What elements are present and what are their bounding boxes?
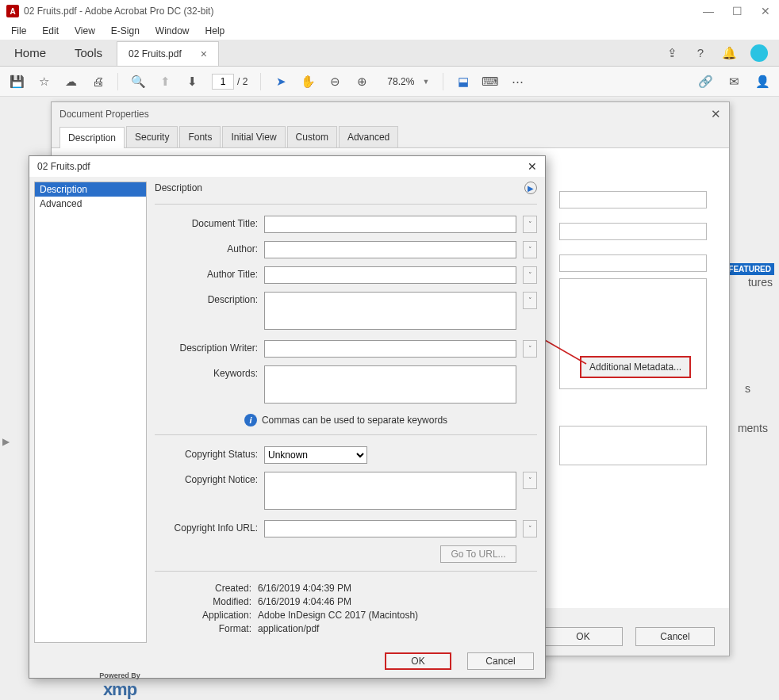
copyright-url-dropdown[interactable]: ˅ bbox=[523, 520, 537, 537]
menu-help[interactable]: Help bbox=[199, 24, 232, 38]
go-to-url-button[interactable]: Go To URL... bbox=[440, 545, 516, 563]
label-description: Description: bbox=[155, 292, 258, 305]
copyright-notice-textarea[interactable] bbox=[264, 472, 516, 510]
info-icon: i bbox=[244, 414, 257, 427]
copyright-status-select[interactable]: Unknown bbox=[264, 446, 367, 464]
bg-text: ments bbox=[738, 422, 768, 434]
help-icon[interactable]: ? bbox=[693, 46, 708, 60]
profile-icon[interactable]: 👤 bbox=[755, 75, 769, 89]
titlebar: A 02 Fruits.pdf - Adobe Acrobat Pro DC (… bbox=[0, 0, 779, 22]
label-format: Format: bbox=[155, 623, 258, 634]
minimize-button[interactable]: — bbox=[701, 5, 716, 17]
desc-writer-dropdown[interactable]: ˅ bbox=[523, 340, 537, 358]
page-current-input[interactable] bbox=[212, 74, 234, 90]
zoom-in-icon[interactable]: ⊕ bbox=[355, 75, 369, 89]
author-input[interactable] bbox=[264, 241, 516, 258]
zoom-dropdown[interactable]: 78.2% ▼ bbox=[382, 74, 430, 90]
description-dropdown[interactable]: ˅ bbox=[523, 292, 537, 309]
copyright-url-input[interactable] bbox=[264, 520, 516, 537]
xmp-title: 02 Fruits.pdf bbox=[37, 161, 90, 172]
panel-expand-icon[interactable]: ▶ bbox=[0, 430, 11, 453]
separator bbox=[443, 73, 443, 90]
menu-edit[interactable]: Edit bbox=[36, 24, 65, 38]
separator bbox=[260, 73, 261, 90]
label-copyright-url: Copyright Info URL: bbox=[155, 520, 258, 534]
page-total: / 2 bbox=[237, 76, 248, 87]
sidebar-item-description[interactable]: Description bbox=[35, 182, 146, 197]
bg-text: s bbox=[745, 382, 750, 395]
xmp-close-icon[interactable]: ✕ bbox=[528, 160, 537, 173]
star-icon[interactable]: ☆ bbox=[36, 75, 51, 89]
keywords-textarea[interactable] bbox=[264, 365, 516, 404]
copyright-notice-dropdown[interactable]: ˅ bbox=[523, 472, 537, 489]
xmp-ok-button[interactable]: OK bbox=[385, 652, 451, 670]
application-value: Adobe InDesign CC 2017 (Macintosh) bbox=[258, 610, 418, 621]
tab-initial-view[interactable]: Initial View bbox=[222, 126, 285, 147]
underlying-field[interactable] bbox=[559, 426, 707, 465]
print-icon[interactable]: 🖨 bbox=[90, 75, 105, 89]
tab-advanced[interactable]: Advanced bbox=[339, 126, 398, 147]
menu-window[interactable]: Window bbox=[149, 24, 196, 38]
underlying-field[interactable] bbox=[559, 254, 707, 272]
description-textarea[interactable] bbox=[264, 292, 516, 330]
tab-tools[interactable]: Tools bbox=[60, 40, 117, 66]
doc-title-input[interactable] bbox=[264, 216, 516, 233]
author-title-input[interactable] bbox=[264, 266, 516, 284]
xmp-titlebar: 02 Fruits.pdf ✕ bbox=[29, 156, 545, 177]
close-button[interactable]: ✕ bbox=[758, 5, 773, 17]
section-nav-icon[interactable]: ▶ bbox=[524, 182, 537, 194]
page-down-icon[interactable]: ⬇ bbox=[185, 75, 199, 89]
dialog-close-icon[interactable]: ✕ bbox=[711, 107, 721, 121]
menu-view[interactable]: View bbox=[68, 24, 102, 38]
featured-badge: FEATURED bbox=[725, 263, 774, 275]
link-icon[interactable]: 🔗 bbox=[698, 75, 712, 89]
toolbar: 💾 ☆ ☁ 🖨 🔍 ⬆ ⬇ / 2 ➤ ✋ ⊖ ⊕ 78.2% ▼ ⬓ ⌨ ⋯ … bbox=[0, 67, 779, 97]
save-icon[interactable]: 💾 bbox=[10, 75, 24, 89]
label-copyright-status: Copyright Status: bbox=[155, 446, 258, 460]
bell-icon[interactable]: 🔔 bbox=[722, 46, 736, 60]
info-hint: i Commas can be used to separate keyword… bbox=[155, 414, 537, 427]
tab-close-icon[interactable]: × bbox=[201, 48, 207, 60]
more-icon[interactable]: ⋯ bbox=[510, 75, 524, 89]
zoom-out-icon[interactable]: ⊖ bbox=[328, 75, 342, 89]
menu-esign[interactable]: E-Sign bbox=[105, 24, 146, 38]
select-icon[interactable]: ➤ bbox=[274, 75, 288, 89]
share-icon[interactable]: ⇪ bbox=[665, 46, 679, 60]
underlying-field[interactable] bbox=[559, 223, 707, 240]
bg-text: tures bbox=[748, 276, 773, 289]
dialog-header: Document Properties ✕ bbox=[52, 102, 729, 126]
section-heading: Description bbox=[155, 182, 202, 193]
cancel-button[interactable]: Cancel bbox=[635, 627, 715, 646]
sidebar-item-advanced[interactable]: Advanced bbox=[35, 197, 146, 211]
keyboard-icon[interactable]: ⌨ bbox=[483, 75, 497, 89]
cloud-icon[interactable]: ☁ bbox=[63, 75, 78, 89]
ok-button[interactable]: OK bbox=[543, 627, 623, 646]
additional-metadata-button[interactable]: Additional Metadata... bbox=[580, 356, 691, 378]
avatar[interactable] bbox=[750, 44, 768, 62]
page-up-icon[interactable]: ⬆ bbox=[158, 75, 172, 89]
underlying-field[interactable] bbox=[559, 191, 707, 208]
fit-icon[interactable]: ⬓ bbox=[456, 75, 470, 89]
author-dropdown[interactable]: ˅ bbox=[523, 241, 537, 258]
dialog-tabs: Description Security Fonts Initial View … bbox=[52, 126, 729, 148]
search-icon[interactable]: 🔍 bbox=[131, 75, 145, 89]
tab-home[interactable]: Home bbox=[0, 40, 60, 66]
xmp-logo-small: Powered By bbox=[72, 671, 167, 679]
dialog-buttons: OK Cancel bbox=[543, 627, 715, 646]
desc-writer-input[interactable] bbox=[264, 340, 516, 358]
author-title-dropdown[interactable]: ˅ bbox=[523, 266, 537, 284]
menu-file[interactable]: File bbox=[5, 24, 33, 38]
xmp-cancel-button[interactable]: Cancel bbox=[467, 652, 534, 670]
tab-document[interactable]: 02 Fruits.pdf × bbox=[117, 41, 219, 66]
doc-title-dropdown[interactable]: ˅ bbox=[523, 216, 537, 233]
tab-security[interactable]: Security bbox=[126, 126, 178, 147]
format-value: application/pdf bbox=[258, 623, 319, 634]
tab-fonts[interactable]: Fonts bbox=[179, 126, 221, 147]
hand-icon[interactable]: ✋ bbox=[301, 75, 315, 89]
tab-description[interactable]: Description bbox=[59, 127, 125, 148]
label-modified: Modified: bbox=[155, 596, 258, 607]
tab-custom[interactable]: Custom bbox=[287, 126, 337, 147]
mail-icon[interactable]: ✉ bbox=[727, 75, 741, 89]
xmp-main: Description ▶ Document Title: ˅ Author: … bbox=[152, 177, 545, 648]
maximize-button[interactable]: ☐ bbox=[730, 5, 744, 17]
